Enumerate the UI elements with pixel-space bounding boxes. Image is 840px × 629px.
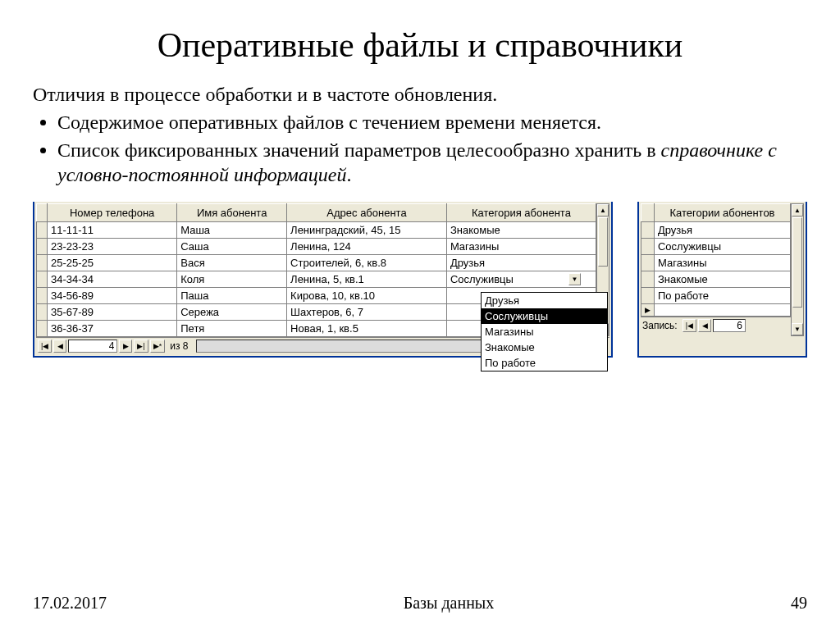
record-position-input[interactable] [713, 319, 746, 332]
main-table-window: Номер телефона Имя абонента Адрес абонен… [33, 202, 613, 358]
footer-date: 17.02.2017 [33, 594, 107, 613]
table-row[interactable]: По работе [641, 288, 790, 304]
col-phone[interactable]: Номер телефона [48, 204, 177, 222]
cell[interactable]: 25-25-25 [48, 255, 177, 271]
cell[interactable]: Строителей, 6, кв.8 [287, 255, 447, 271]
col-address[interactable]: Адрес абонента [287, 204, 447, 222]
scroll-thumb[interactable] [792, 217, 802, 308]
scroll-up-icon[interactable]: ▲ [597, 204, 609, 217]
prev-record-button[interactable]: ◀ [53, 340, 66, 353]
scroll-down-icon[interactable]: ▼ [792, 323, 803, 335]
cell[interactable]: Знакомые [446, 222, 596, 239]
categories-table: Категории абонентов Друзья Сослуживцы Ма… [641, 203, 791, 317]
vertical-scrollbar[interactable]: ▲ ▼ [791, 203, 804, 336]
table-row[interactable]: 11-11-11 Маша Ленинградский, 45, 15 Знак… [37, 222, 596, 239]
cell[interactable]: Петя [177, 321, 287, 337]
cell[interactable]: Ленина, 124 [287, 239, 447, 255]
cell[interactable]: 34-56-89 [48, 288, 177, 304]
cell[interactable]: Паша [177, 288, 287, 304]
new-record-button[interactable]: ▶* [150, 340, 166, 353]
cell[interactable]: Сережа [177, 304, 287, 321]
scroll-up-icon[interactable]: ▲ [792, 204, 803, 217]
cell[interactable]: 11-11-11 [48, 222, 177, 239]
bullet-2a: Список фиксированных значений параметров… [57, 139, 660, 161]
first-record-button[interactable]: |◀ [682, 319, 696, 332]
record-navigator: Запись: |◀ ◀ [641, 317, 804, 334]
footer-title: Базы данных [404, 594, 495, 613]
cell[interactable]: Ленина, 5, кв.1 [287, 271, 447, 288]
cell[interactable]: Кирова, 10, кв.10 [287, 288, 447, 304]
cell[interactable]: По работе [654, 288, 790, 304]
categories-table-window: Категории абонентов Друзья Сослуживцы Ма… [637, 202, 807, 358]
table-row-current[interactable]: ▶ [641, 304, 790, 317]
body-text: Отличия в процессе обработки и в частоте… [33, 82, 807, 187]
cell[interactable]: 23-23-23 [48, 239, 177, 255]
cell[interactable]: Саша [177, 239, 287, 255]
category-dropdown-cell[interactable]: Сослуживцы▼ [446, 271, 596, 288]
cell[interactable] [654, 304, 790, 317]
first-record-button[interactable]: |◀ [38, 340, 52, 353]
table-row[interactable]: 23-23-23 Саша Ленина, 124 Магазины [37, 239, 596, 255]
next-record-button[interactable]: ▶ [119, 340, 132, 353]
dropdown-option[interactable]: Друзья [482, 293, 607, 308]
dropdown-option[interactable]: По работе [482, 355, 607, 371]
cell[interactable]: Магазины [446, 239, 596, 255]
slide-footer: 17.02.2017 Базы данных 49 [33, 594, 807, 613]
table-row[interactable]: 34-34-34 Коля Ленина, 5, кв.1 Сослуживцы… [37, 271, 596, 288]
table-row[interactable]: Знакомые [641, 271, 790, 288]
bullet-2: Список фиксированных значений параметров… [57, 138, 807, 187]
record-position-input[interactable] [68, 340, 117, 353]
dropdown-option[interactable]: Знакомые [482, 340, 607, 355]
bullet-1: Содержимое оперативных файлов с течением… [57, 110, 807, 134]
cell[interactable]: 36-36-37 [48, 321, 177, 337]
cell[interactable]: Шахтеров, 6, 7 [287, 304, 447, 321]
cell[interactable]: Вася [177, 255, 287, 271]
cell[interactable]: Новая, 1, кв.5 [287, 321, 447, 337]
record-total-label: из 8 [167, 340, 191, 352]
row-selector-header [641, 204, 654, 222]
table-row[interactable]: Друзья [641, 222, 790, 239]
col-categories[interactable]: Категории абонентов [654, 204, 790, 222]
record-label: Запись: [642, 320, 681, 331]
cell[interactable]: Маша [177, 222, 287, 239]
col-name[interactable]: Имя абонента [177, 204, 287, 222]
cell[interactable]: Друзья [446, 255, 596, 271]
page-title: Оперативные файлы и справочники [33, 25, 807, 66]
table-row[interactable]: 25-25-25 Вася Строителей, 6, кв.8 Друзья [37, 255, 596, 271]
dropdown-option-selected[interactable]: Сослуживцы [482, 308, 607, 324]
intro-text: Отличия в процессе обработки и в частоте… [33, 82, 807, 107]
cell[interactable]: Сослуживцы [654, 239, 790, 255]
col-category[interactable]: Категория абонента [446, 204, 596, 222]
cell[interactable]: Магазины [654, 255, 790, 271]
cell[interactable]: Друзья [654, 222, 790, 239]
cell[interactable]: 34-34-34 [48, 271, 177, 288]
cell[interactable]: Знакомые [654, 271, 790, 288]
scroll-thumb[interactable] [598, 217, 608, 267]
cell[interactable]: Коля [177, 271, 287, 288]
cell[interactable]: Ленинградский, 45, 15 [287, 222, 447, 239]
dropdown-option[interactable]: Магазины [482, 324, 607, 340]
footer-page: 49 [791, 594, 807, 613]
cell[interactable]: 35-67-89 [48, 304, 177, 321]
category-dropdown-list[interactable]: Друзья Сослуживцы Магазины Знакомые По р… [481, 292, 608, 371]
chevron-down-icon[interactable]: ▼ [568, 273, 581, 285]
row-selector-header [37, 204, 48, 222]
prev-record-button[interactable]: ◀ [698, 319, 711, 332]
table-row[interactable]: Магазины [641, 255, 790, 271]
last-record-button[interactable]: ▶| [134, 340, 148, 353]
table-row[interactable]: Сослуживцы [641, 239, 790, 255]
bullet-2c: . [346, 164, 351, 185]
